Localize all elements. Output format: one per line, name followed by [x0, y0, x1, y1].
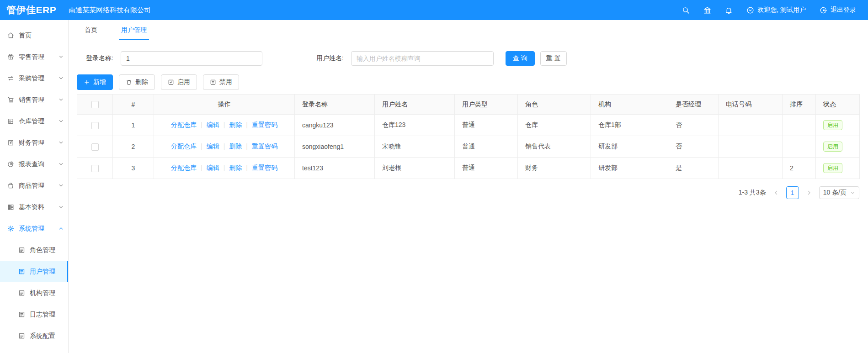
- profile-icon: [18, 268, 25, 275]
- chevron-down-icon: [59, 162, 64, 167]
- next-page-button[interactable]: [804, 187, 815, 198]
- check-square-icon: [168, 79, 174, 85]
- cell-login: songxiaofeng1: [295, 136, 375, 158]
- logout-label: 退出登录: [831, 6, 856, 14]
- assign-warehouse-link[interactable]: 分配仓库: [171, 121, 197, 128]
- col-manager: 是否经理: [668, 95, 719, 115]
- cell-type: 普通: [455, 136, 518, 158]
- sidebar-item-label: 商品管理: [19, 182, 44, 190]
- home-icon: [7, 32, 14, 39]
- sidebar-item-products[interactable]: 商品管理: [0, 175, 68, 196]
- sidebar-item-basic-data[interactable]: 基本资料: [0, 196, 68, 218]
- sidebar-subitem-orgs[interactable]: 机构管理: [0, 282, 68, 304]
- bank-icon[interactable]: [703, 6, 711, 14]
- gift-icon: [7, 53, 14, 60]
- edit-link[interactable]: 编辑: [197, 121, 219, 128]
- add-button[interactable]: 新增: [77, 74, 113, 90]
- sidebar-item-label: 系统管理: [19, 225, 44, 233]
- sidebar-item-retail[interactable]: 零售管理: [0, 46, 68, 68]
- disable-button[interactable]: 禁用: [203, 74, 239, 90]
- login-name-label: 登录名称:: [86, 54, 113, 63]
- profile-icon: [18, 332, 25, 339]
- sidebar-item-finance[interactable]: 财务管理: [0, 132, 68, 153]
- table-header-row: # 操作 登录名称 用户姓名 用户类型 角色 机构 是否经理 电话号码 排序 状…: [77, 95, 860, 115]
- cell-role: 销售代表: [518, 136, 591, 158]
- sidebar-subitem-config[interactable]: 系统配置: [0, 325, 68, 347]
- cell-actions: 分配仓库编辑删除重置密码: [154, 136, 295, 158]
- sidebar-item-sales[interactable]: 销售管理: [0, 89, 68, 111]
- sidebar-item-warehouse[interactable]: 仓库管理: [0, 111, 68, 132]
- prev-page-button[interactable]: [771, 187, 782, 198]
- logout-icon: [820, 6, 827, 14]
- row-checkbox[interactable]: [91, 122, 99, 129]
- cell-role: 财务: [518, 158, 591, 179]
- tab-home[interactable]: 首页: [82, 20, 100, 40]
- logout-button[interactable]: 退出登录: [820, 6, 856, 14]
- col-sort: 排序: [783, 95, 816, 115]
- row-checkbox[interactable]: [91, 165, 99, 172]
- cart-icon: [7, 96, 14, 103]
- tab-user-management[interactable]: 用户管理: [119, 20, 149, 40]
- cell-manager: 否: [668, 115, 719, 136]
- search-form: 登录名称: 用户姓名: 查 询 重 置: [77, 51, 859, 66]
- cell-manager: 否: [668, 136, 719, 158]
- delete-button[interactable]: 删除: [119, 74, 155, 90]
- sidebar-subitem-label: 系统配置: [30, 332, 55, 340]
- grid-icon: [7, 204, 14, 211]
- company-name: 南通某某网络科技有限公司: [69, 6, 151, 15]
- bell-icon[interactable]: [725, 6, 733, 14]
- enable-button[interactable]: 启用: [161, 74, 197, 90]
- col-phone: 电话号码: [719, 95, 783, 115]
- sidebar-item-home[interactable]: 首页: [0, 25, 68, 46]
- sidebar-subitem-label: 日志管理: [30, 311, 55, 319]
- users-table: # 操作 登录名称 用户姓名 用户类型 角色 机构 是否经理 电话号码 排序 状…: [77, 94, 860, 179]
- edit-link[interactable]: 编辑: [197, 164, 219, 171]
- finance-icon: [7, 139, 14, 146]
- sidebar: 首页 零售管理 采购管理 销售管理 仓库管理 财务管理: [0, 20, 69, 353]
- sidebar-item-label: 销售管理: [19, 96, 44, 104]
- bag-icon: [7, 182, 14, 189]
- chevron-down-icon: [59, 54, 64, 59]
- cell-phone: [719, 158, 783, 179]
- reset-password-link[interactable]: 重置密码: [242, 164, 277, 171]
- sidebar-subitem-logs[interactable]: 日志管理: [0, 304, 68, 325]
- delete-link[interactable]: 删除: [219, 121, 242, 128]
- sidebar-subitem-users[interactable]: 用户管理: [0, 261, 68, 282]
- cell-type: 普通: [455, 115, 518, 136]
- sidebar-subitem-roles[interactable]: 角色管理: [0, 239, 68, 261]
- user-name-input[interactable]: [351, 51, 494, 66]
- sidebar-item-label: 首页: [19, 32, 32, 40]
- delete-link[interactable]: 删除: [219, 142, 242, 150]
- row-checkbox[interactable]: [91, 143, 99, 151]
- delete-link[interactable]: 删除: [219, 164, 242, 171]
- assign-warehouse-link[interactable]: 分配仓库: [171, 142, 197, 150]
- sidebar-item-system[interactable]: 系统管理: [0, 218, 68, 239]
- sidebar-subitem-label: 用户管理: [30, 268, 55, 276]
- sidebar-item-label: 仓库管理: [19, 117, 44, 126]
- reset-password-link[interactable]: 重置密码: [242, 121, 277, 128]
- page-size-select[interactable]: 10 条/页: [819, 186, 859, 199]
- cell-index: 2: [113, 136, 154, 158]
- select-all-checkbox[interactable]: [91, 101, 99, 108]
- cell-role: 仓库: [518, 115, 591, 136]
- reset-password-link[interactable]: 重置密码: [242, 142, 277, 150]
- col-role: 角色: [518, 95, 591, 115]
- search-icon[interactable]: [682, 6, 690, 14]
- query-button[interactable]: 查 询: [506, 51, 535, 66]
- edit-link[interactable]: 编辑: [197, 142, 219, 150]
- page-size-value: 10 条/页: [823, 189, 847, 197]
- cell-phone: [719, 115, 783, 136]
- cell-name: 仓库123: [375, 115, 455, 136]
- login-name-input[interactable]: [121, 51, 262, 66]
- reset-button[interactable]: 重 置: [540, 51, 567, 66]
- profile-icon: [18, 311, 25, 318]
- assign-warehouse-link[interactable]: 分配仓库: [171, 164, 197, 171]
- cell-actions: 分配仓库编辑删除重置密码: [154, 115, 295, 136]
- sidebar-item-label: 基本资料: [19, 203, 44, 211]
- user-menu[interactable]: 欢迎您, 测试用户: [746, 6, 806, 14]
- sidebar-item-reports[interactable]: 报表查询: [0, 153, 68, 175]
- status-badge: 启用: [823, 163, 842, 173]
- sidebar-item-purchase[interactable]: 采购管理: [0, 68, 68, 89]
- cell-actions: 分配仓库编辑删除重置密码: [154, 158, 295, 179]
- page-number-button[interactable]: 1: [786, 186, 799, 199]
